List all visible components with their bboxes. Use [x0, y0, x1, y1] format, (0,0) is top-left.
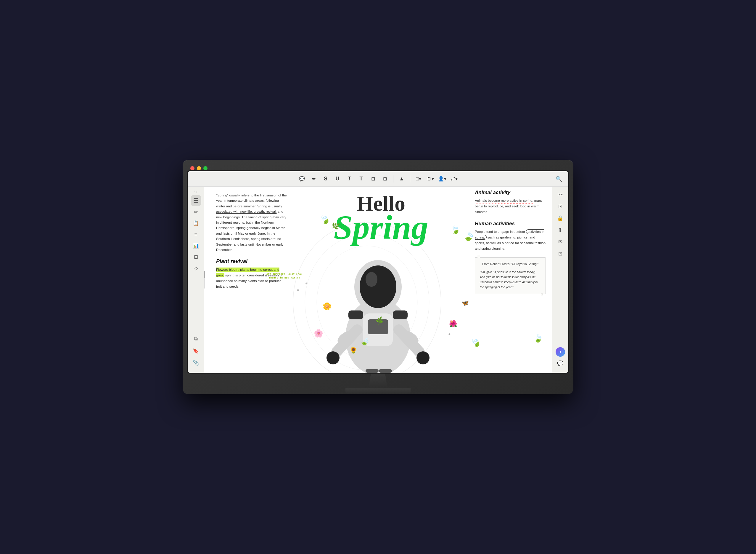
quote-box: From Robert Frost's "A Prayer in Spring"… — [475, 258, 546, 294]
italic-t-icon[interactable]: T — [344, 174, 354, 184]
left-sidebar: ‹› ☰ ✏ 📋 ≡ 📊 ⊞ ◇ ⧉ 🔖 📎 — [188, 187, 204, 373]
svg-point-14 — [417, 351, 430, 365]
svg-point-7 — [360, 266, 396, 308]
chat-icon[interactable]: 💬 — [555, 358, 566, 369]
beginnings-link[interactable]: new beginnings. The timing of spring — [216, 215, 271, 219]
spark-2: ✦ — [305, 281, 308, 286]
underline-icon[interactable]: U — [333, 174, 342, 184]
ocr-button[interactable]: OCR — [555, 189, 566, 200]
svg-point-13 — [326, 351, 339, 365]
ai-icon[interactable]: ✦ — [556, 347, 565, 357]
bookmark-icon[interactable]: 🔖 — [191, 345, 201, 356]
separator — [393, 175, 393, 182]
stand-base — [345, 388, 411, 394]
sidebar-item-document[interactable]: 📋 — [191, 218, 201, 228]
shape-icon[interactable]: □▾ — [414, 174, 423, 184]
text-box-icon[interactable]: ⊡ — [368, 174, 378, 184]
traffic-lights — [187, 164, 210, 173]
comment-icon[interactable]: 💬 — [297, 174, 307, 184]
search-icon[interactable]: 🔍 — [554, 174, 564, 184]
share-icon[interactable]: ⬆ — [555, 225, 566, 235]
magenta-flower: 🌺 — [449, 320, 457, 328]
scan-icon[interactable]: ⊡ — [555, 201, 566, 212]
sidebar-item-panel[interactable]: ☰ — [191, 195, 201, 206]
minimize-button[interactable] — [197, 166, 201, 170]
quote-header: From Robert Frost's "A Prayer in Spring"… — [480, 262, 541, 267]
mail-icon[interactable]: ✉ — [555, 236, 566, 247]
top-scroll-arrows: ‹› — [188, 189, 204, 195]
stamp-icon[interactable]: 🖊▾ — [449, 174, 459, 184]
tool-icon[interactable]: ⊡ — [555, 248, 566, 259]
sidebar-item-edit[interactable]: ✏ — [191, 207, 201, 217]
sidebar-bottom: ⧉ 🔖 📎 — [191, 334, 201, 370]
screen-bezel: 💬 ✒ S U T T ⊡ ⊞ ▲ □▾ 🗒▾ 👤▾ 🖊▾ 🔍 — [187, 170, 569, 374]
yellow-flower: 🌻 — [349, 347, 357, 354]
winter-link[interactable]: winter and before summer. Spring is usua… — [216, 205, 282, 213]
animal-activity-title: Animal activity — [475, 189, 546, 196]
dark-green-leaf-bottom: 🍃 — [468, 336, 483, 349]
toolbar: 💬 ✒ S U T T ⊡ ⊞ ▲ □▾ 🗒▾ 👤▾ 🖊▾ 🔍 — [188, 171, 568, 187]
lock-icon[interactable]: 🔒 — [555, 213, 566, 223]
layers-icon[interactable]: ⧉ — [191, 334, 201, 344]
app-window: 💬 ✒ S U T T ⊡ ⊞ ▲ □▾ 🗒▾ 👤▾ 🖊▾ 🔍 — [188, 171, 568, 373]
pink-flower: 🌸 — [314, 329, 323, 338]
annotation-icon[interactable]: 🗒▾ — [426, 174, 435, 184]
scroll-indicator[interactable] — [204, 271, 205, 288]
monitor-stand — [187, 374, 569, 394]
spark-1: ✦ — [296, 287, 300, 293]
page-area: "Spring" usually refers to the first sea… — [204, 187, 552, 373]
bottom-right-leaf: 🍃 — [533, 333, 544, 344]
table-icon[interactable]: ⊞ — [380, 174, 389, 184]
plant-revival-title: Plant revival — [216, 258, 287, 265]
text-icon[interactable]: T — [357, 174, 366, 184]
sidebar-item-template[interactable]: ⊞ — [191, 252, 201, 262]
sidebar-item-list[interactable]: ≡ — [191, 229, 201, 240]
person-icon[interactable]: 👤▾ — [438, 174, 447, 184]
get-inspired-text: Get inspired, just lookthings in new way… — [266, 273, 303, 280]
scroll-thumb — [204, 271, 205, 278]
animal-active-text: Animals become more active in spring, — [475, 199, 533, 202]
astronaut-figure — [322, 225, 434, 373]
maximize-button[interactable] — [203, 166, 207, 170]
close-button[interactable] — [190, 166, 194, 170]
pen-icon[interactable]: ✒ — [309, 174, 318, 184]
monitor-shell: 💬 ✒ S U T T ⊡ ⊞ ▲ □▾ 🗒▾ 👤▾ 🖊▾ 🔍 — [183, 160, 573, 394]
svg-point-8 — [366, 272, 377, 287]
svg-rect-19 — [366, 369, 379, 373]
sidebar-item-chart[interactable]: 📊 — [191, 240, 201, 251]
svg-rect-16 — [393, 311, 407, 319]
butterfly-icon: 🦋 — [461, 299, 469, 306]
strikethrough-icon[interactable]: S — [321, 174, 330, 184]
page-content: "Spring" usually refers to the first sea… — [204, 187, 552, 373]
separator2 — [410, 175, 410, 182]
attachment-icon[interactable]: 📎 — [191, 357, 201, 368]
doc-area: "Spring" usually refers to the first sea… — [204, 187, 552, 373]
stand-neck — [366, 374, 390, 388]
orange-flower: 🌼 — [323, 302, 331, 311]
astronaut-svg — [322, 225, 434, 373]
quote-text: "Oh, give us pleasure in the flowers tod… — [480, 270, 541, 290]
right-sidebar: OCR ⊡ 🔒 ⬆ ✉ ⊡ ✦ 💬 — [552, 187, 568, 373]
highlight-icon[interactable]: ▲ — [397, 174, 406, 184]
main-layout: ‹› ☰ ✏ 📋 ≡ 📊 ⊞ ◇ ⧉ 🔖 📎 — [188, 187, 568, 373]
sidebar-item-element[interactable]: ◇ — [191, 263, 201, 273]
spark-3: ✦ — [448, 332, 451, 337]
svg-rect-20 — [379, 369, 392, 373]
svg-rect-15 — [349, 311, 363, 319]
